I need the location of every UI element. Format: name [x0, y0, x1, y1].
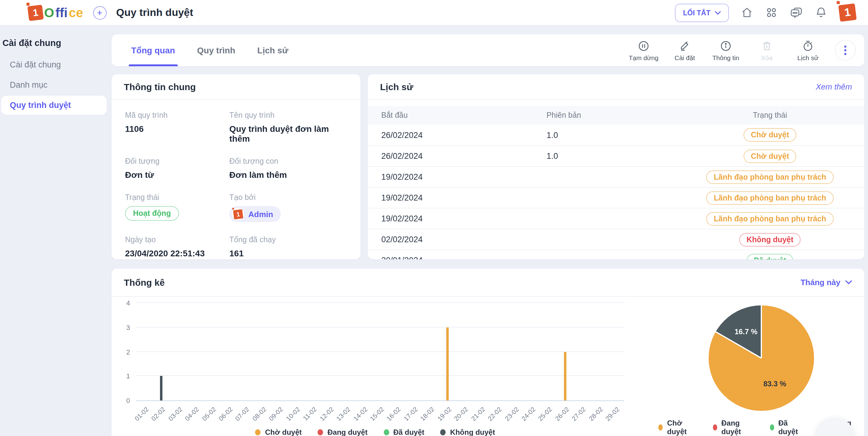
field-trang-thai: Trạng thái Hoạt động — [125, 193, 229, 222]
info-icon — [720, 39, 732, 52]
bar-chart: 01234 01-0202-0203-0204-0205-0206-0207-0… — [126, 303, 624, 436]
x-axis-tick: 14-02 — [351, 405, 368, 422]
x-axis-tick: 03-02 — [166, 405, 183, 422]
bar-19-02 — [446, 327, 449, 401]
status-badge: Không duyệt — [739, 233, 801, 246]
y-axis-tick: 3 — [126, 324, 130, 331]
x-axis-tick: 15-02 — [368, 405, 385, 422]
add-button[interactable]: + — [93, 6, 106, 19]
x-axis-tick: 21-02 — [469, 405, 486, 422]
sidebar-item-quy-trinh-duyet[interactable]: Quy trình duyệt — [1, 96, 107, 115]
field-ma-quy-trinh: Mã quy trình 1106 — [125, 111, 229, 144]
brand-text: O — [44, 5, 54, 20]
account-avatar[interactable]: 1 — [838, 3, 857, 22]
table-row[interactable]: 02/02/2024Không duyệt — [368, 229, 864, 250]
x-axis-tick: 12-02 — [318, 405, 335, 422]
sidebar-section-title: Cài đặt chung — [0, 35, 110, 54]
x-axis-tick: 22-02 — [486, 405, 503, 422]
table-row[interactable]: 19/02/2024Lãnh đạo phòng ban phụ trách — [368, 208, 864, 229]
legend-item: Đã duyệt — [383, 428, 424, 436]
pie-chart: 16.7 % 83.3 % Chờ duyệtĐang duyệtĐã duyệ… — [658, 303, 864, 436]
tab-tong-quan[interactable]: Tổng quan — [131, 34, 175, 66]
history-table-rows: 26/02/20241.0Chờ duyệt26/02/20241.0Chờ d… — [368, 124, 864, 259]
tab-lich-su[interactable]: Lịch sử — [257, 34, 288, 66]
legend-item: Chờ duyệt — [658, 419, 697, 436]
bar-plot: 01234 — [136, 303, 624, 401]
chevron-down-icon — [715, 11, 721, 14]
panel-title: Lịch sử — [380, 82, 413, 92]
page-title: Quy trình duyệt — [116, 6, 193, 19]
legend-item: Không duyệt — [440, 428, 495, 436]
status-badge: Lãnh đạo phòng ban phụ trách — [707, 170, 834, 184]
pause-button[interactable]: Tạm dừng — [627, 39, 660, 61]
field-tao-boi: Tạo bởi 1 Admin — [229, 193, 347, 222]
bar-26-02 — [564, 352, 566, 401]
table-row[interactable]: 19/02/2024Lãnh đạo phòng ban phụ trách — [368, 187, 864, 208]
sidebar-item-danh-muc[interactable]: Danh mục — [1, 76, 107, 94]
home-icon[interactable] — [741, 6, 753, 19]
x-axis-tick: 11-02 — [302, 405, 318, 422]
table-row[interactable]: 30/01/2024Đã duyệt — [368, 250, 864, 259]
bar-chart-legend: Chờ duyệtĐang duyệtĐã duyệtKhông duyệt — [126, 428, 624, 436]
x-axis-tick: 01-02 — [133, 405, 150, 422]
table-row[interactable]: 26/02/20241.0Chờ duyệt — [368, 124, 864, 145]
more-actions-button[interactable] — [835, 40, 856, 61]
chat-icon[interactable] — [789, 6, 803, 19]
x-axis-tick: 27-02 — [570, 405, 587, 422]
x-axis-tick: 07-02 — [234, 405, 251, 422]
y-axis-tick: 2 — [126, 348, 130, 355]
status-badge: Đã duyệt — [746, 254, 794, 259]
tabs-toolbar-card: Tổng quan Quy trình Lịch sử Tạm dừng Cài… — [112, 34, 864, 66]
panel-title: Thông tin chung — [124, 82, 196, 92]
legend-item: Đã duyệt — [770, 419, 803, 436]
history-button[interactable]: Lịch sử — [792, 39, 825, 61]
x-axis-tick: 05-02 — [200, 405, 217, 422]
status-badge: Lãnh đạo phòng ban phụ trách — [707, 212, 834, 225]
chevron-down-icon — [845, 280, 852, 285]
creator-avatar: 1 — [232, 208, 244, 220]
pie-label-large: 83.3 % — [764, 380, 786, 388]
status-badge: Lãnh đạo phòng ban phụ trách — [707, 191, 834, 204]
info-button[interactable]: Thông tin — [709, 39, 742, 61]
x-axis-tick: 16-02 — [385, 405, 402, 422]
history-table-header: Bắt đầu Phiên bản Trạng thái — [368, 106, 864, 124]
table-row[interactable]: 19/02/2024Lãnh đạo phòng ban phụ trách — [368, 166, 864, 187]
x-axis-tick: 25-02 — [537, 405, 554, 422]
pause-icon — [638, 39, 650, 52]
x-axis-tick: 04-02 — [183, 405, 200, 422]
pie-label-small: 16.7 % — [735, 327, 758, 336]
field-ten-quy-trinh: Tên quy trình Quy trình duyệt đơn làm th… — [229, 111, 347, 144]
sidebar-item-cai-dat-chung[interactable]: Cài đặt chung — [1, 55, 107, 74]
pie: 16.7 % 83.3 % — [709, 306, 814, 411]
table-row[interactable]: 26/02/20241.0Chờ duyệt — [368, 145, 864, 166]
1office-logo-icon: 1 — [27, 4, 43, 21]
notifications-bell-icon[interactable] — [815, 6, 828, 19]
main-content: Tổng quan Quy trình Lịch sử Tạm dừng Cài… — [110, 26, 868, 436]
shortcut-button[interactable]: LỐI TẮT — [675, 3, 729, 22]
status-badge: Chờ duyệt — [744, 149, 797, 163]
app-logo[interactable]: 1Office — [28, 5, 83, 20]
x-axis-tick: 20-02 — [453, 405, 469, 422]
status-badge: Hoạt động — [125, 206, 179, 221]
x-axis-tick: 17-02 — [402, 405, 419, 422]
period-filter-dropdown[interactable]: Tháng này — [801, 278, 852, 287]
kebab-menu-icon — [844, 46, 846, 55]
x-axis-tick: 10-02 — [284, 405, 301, 422]
field-doi-tuong: Đối tượng Đơn từ — [125, 157, 229, 180]
tab-quy-trinh[interactable]: Quy trình — [197, 34, 235, 66]
settings-button[interactable]: Cài đặt — [668, 39, 701, 61]
creator-chip[interactable]: 1 Admin — [229, 206, 280, 222]
history-panel: Lịch sử Xem thêm Bắt đầu Phiên bản Trạng… — [368, 74, 864, 259]
see-more-link[interactable]: Xem thêm — [816, 82, 852, 91]
general-info-panel: Thông tin chung Mã quy trình 1106 Tên qu… — [112, 74, 361, 259]
trash-icon — [761, 39, 773, 52]
x-axis-tick: 28-02 — [587, 405, 604, 422]
x-axis-tick: 09-02 — [268, 405, 284, 422]
delete-button: Xóa — [750, 39, 783, 61]
x-axis-tick: 29-02 — [604, 405, 621, 422]
legend-item: Đang duyệt — [318, 428, 368, 436]
x-axis-tick: 18-02 — [419, 405, 436, 422]
x-axis-tick: 19-02 — [436, 405, 453, 422]
apps-grid-icon[interactable] — [765, 6, 778, 19]
y-axis-tick: 1 — [126, 373, 130, 380]
